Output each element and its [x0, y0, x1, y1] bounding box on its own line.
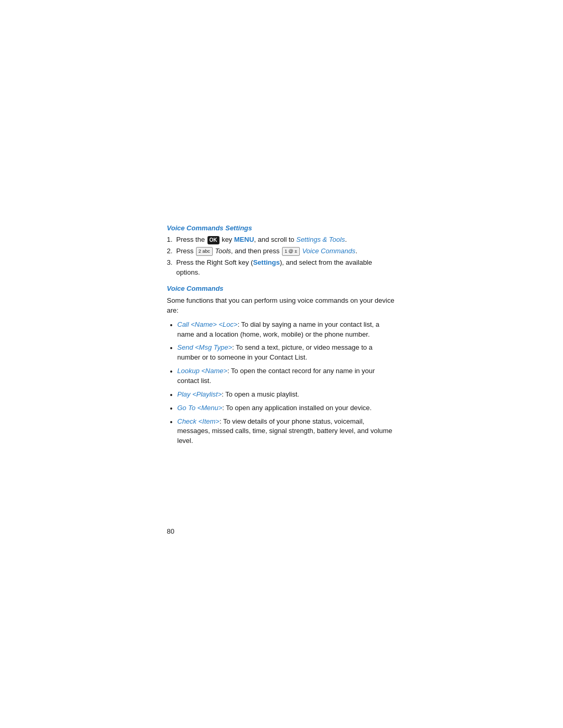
ok-key: OK — [207, 236, 219, 244]
step-1: 1. Press the OK key MENU, and scroll to … — [167, 235, 396, 244]
voice-commands-title: Voice Commands — [167, 285, 396, 292]
step-3-num: 3. — [167, 258, 173, 267]
goto-link: Go To <Menu> — [177, 404, 222, 412]
steps-list: 1. Press the OK key MENU, and scroll to … — [167, 235, 396, 277]
menu-text: MENU — [234, 236, 254, 243]
call-link: Call <Name> <Loc> — [177, 320, 238, 328]
tools-key: 2 abc — [196, 247, 213, 256]
vc-intro: Some functions that you can perform usin… — [167, 295, 396, 316]
voice-commands-section: Voice Commands Some functions that you c… — [167, 285, 396, 446]
send-link: Send <Msg Type> — [177, 343, 232, 351]
play-text: : To open a music playlist. — [222, 390, 299, 398]
bullet-list: Call <Name> <Loc>: To dial by saying a n… — [167, 320, 396, 446]
bullet-item-send: Send <Msg Type>: To send a text, picture… — [167, 343, 396, 363]
step-1-text: Press the OK key MENU, and scroll to Set… — [176, 236, 347, 243]
step-3-text: Press the Right Soft key (Settings), and… — [176, 258, 372, 276]
bullet-item-goto: Go To <Menu>: To open any application in… — [167, 403, 396, 413]
page-number: 80 — [167, 527, 174, 535]
goto-text: : To open any application installed on y… — [222, 404, 372, 412]
bullet-item-check: Check <Item>: To view details of your ph… — [167, 417, 396, 447]
voice-commands-settings-section: Voice Commands Settings 1. Press the OK … — [167, 224, 396, 277]
bullet-item-lookup: Lookup <Name>: To open the contact recor… — [167, 366, 396, 386]
page-content: Voice Commands Settings 1. Press the OK … — [167, 224, 396, 451]
play-link: Play <Playlist> — [177, 390, 222, 398]
step-2: 2. Press 2 abc Tools, and then press 1 @… — [167, 246, 396, 256]
settings-tools-link: Settings & Tools — [296, 236, 345, 243]
bullet-item-call: Call <Name> <Loc>: To dial by saying a n… — [167, 320, 396, 340]
voice-commands-link: Voice Commands — [302, 247, 356, 255]
step-2-num: 2. — [167, 246, 173, 256]
voice-commands-settings-title: Voice Commands Settings — [167, 224, 396, 232]
check-link: Check <Item> — [177, 417, 219, 425]
lookup-link: Lookup <Name> — [177, 367, 227, 375]
step-1-num: 1. — [167, 235, 173, 244]
settings-link: Settings — [253, 258, 279, 266]
voice-commands-key: 1 @ ± — [282, 247, 300, 256]
step-3: 3. Press the Right Soft key (Settings), … — [167, 258, 396, 277]
step-2-text: Press 2 abc Tools, and then press 1 @ ± … — [176, 247, 357, 255]
bullet-item-play: Play <Playlist>: To open a music playlis… — [167, 390, 396, 400]
